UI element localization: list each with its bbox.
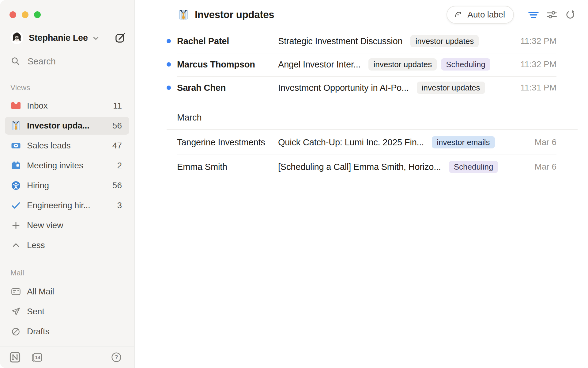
compose-icon <box>114 32 126 44</box>
zoom-window-button[interactable] <box>34 11 41 18</box>
email-subject: Quick Catch-Up: Lumi Inc. 2025 Fin... <box>278 137 424 148</box>
new-view-button[interactable]: New view <box>5 217 129 234</box>
sidebar: Stephanie Lee Search Views <box>0 0 135 368</box>
svg-text:14: 14 <box>35 355 40 360</box>
help-button[interactable]: ? <box>111 352 122 363</box>
group-name: March <box>177 113 202 123</box>
accessibility-icon <box>11 180 21 191</box>
email-list: Rachel Patel Strategic Investment Discus… <box>135 29 588 179</box>
sidebar-item-all-mail[interactable]: All Mail <box>5 283 129 301</box>
email-group: Tangerine Investments Quick Catch-Up: Lu… <box>135 130 588 179</box>
views-nav: Inbox 11 Investor upda... 56 <box>5 97 129 256</box>
view-count: 56 <box>112 121 122 131</box>
plus-icon <box>11 220 21 231</box>
label-chip[interactable]: investor emails <box>432 136 495 148</box>
chevron-down-icon <box>92 35 100 42</box>
main-pane: Investor updates Auto label <box>135 0 588 368</box>
new-view-label: New view <box>27 220 63 230</box>
sidebar-footer: 14 ? <box>0 346 134 368</box>
filter-icon <box>528 9 539 21</box>
sliders-icon <box>546 9 558 21</box>
email-row[interactable]: Marcus Thompson Angel Investor Inter... … <box>135 53 588 76</box>
view-count: 2 <box>117 161 122 171</box>
view-header: Investor updates Auto label <box>135 0 588 29</box>
label-chip[interactable]: Scheduling <box>441 58 490 71</box>
display-settings-button[interactable] <box>545 8 559 21</box>
sidebar-item-label: Engineering hir... <box>27 201 90 210</box>
label-chip[interactable]: investor updates <box>368 58 437 71</box>
minimize-window-button[interactable] <box>22 11 28 18</box>
mail-section-label: Mail <box>10 269 24 277</box>
necktie-icon <box>178 9 189 21</box>
email-time: 11:31 PM <box>514 83 556 93</box>
sidebar-item-sent[interactable]: Sent <box>5 303 129 320</box>
email-time: Mar 6 <box>528 137 556 147</box>
app-window: Stephanie Lee Search Views <box>0 0 588 368</box>
email-row[interactable]: Tangerine Investments Quick Catch-Up: Lu… <box>135 130 588 155</box>
chevron-up-icon <box>11 240 21 251</box>
filter-button[interactable] <box>527 8 540 21</box>
email-subject: Strategic Investment Discussion <box>278 36 402 46</box>
views-section-label: Views <box>10 83 30 92</box>
auto-label-button[interactable]: Auto label <box>447 6 514 24</box>
email-sender: Marcus Thompson <box>177 59 278 70</box>
refresh-button[interactable] <box>564 8 577 21</box>
group-header: March <box>135 99 588 130</box>
sidebar-item-label: Hiring <box>27 181 49 190</box>
label-chip[interactable]: Scheduling <box>449 161 498 173</box>
view-count: 47 <box>112 141 122 151</box>
inbox-icon <box>11 101 21 111</box>
sidebar-item-label: Sent <box>27 307 44 316</box>
email-row[interactable]: Sarah Chen Investment Opportunity in AI-… <box>135 76 588 99</box>
email-row[interactable]: Rachel Patel Strategic Investment Discus… <box>135 29 588 53</box>
sidebar-item-sales-leads[interactable]: Sales leads 47 <box>5 137 129 155</box>
refresh-icon <box>565 9 576 20</box>
sidebar-item-engineering-hiring[interactable]: Engineering hir... 3 <box>5 197 129 214</box>
checkmark-icon <box>11 200 21 211</box>
window-controls <box>9 11 41 18</box>
header-controls: Auto label <box>447 6 577 24</box>
search-input[interactable]: Search <box>10 56 56 67</box>
less-button[interactable]: Less <box>5 236 129 254</box>
email-subject: Investment Opportunity in AI-Po... <box>278 83 409 93</box>
account-switcher[interactable]: Stephanie Lee <box>10 30 127 45</box>
sidebar-item-inbox[interactable]: Inbox 11 <box>5 97 129 115</box>
sidebar-item-label: All Mail <box>27 287 54 297</box>
svg-text:?: ? <box>115 354 118 360</box>
label-chip[interactable]: investor updates <box>410 35 479 47</box>
close-window-button[interactable] <box>9 11 16 18</box>
compose-button[interactable] <box>113 31 127 45</box>
sidebar-item-label: Sales leads <box>27 141 71 151</box>
search-placeholder: Search <box>28 56 56 67</box>
search-icon <box>10 56 21 67</box>
notion-calendar-icon[interactable]: 14 <box>31 351 43 363</box>
sidebar-item-drafts[interactable]: Drafts <box>5 323 129 340</box>
email-sender: Tangerine Investments <box>177 137 278 148</box>
email-row[interactable]: Emma Smith [Scheduling a Call] Emma Smit… <box>135 155 588 179</box>
all-mail-icon <box>11 286 21 297</box>
sidebar-item-meeting-invites[interactable]: Meeting invites 2 <box>5 157 129 174</box>
necktie-icon <box>11 121 21 131</box>
sidebar-item-investor-updates[interactable]: Investor upda... 56 <box>5 117 129 135</box>
mail-nav: All Mail Sent Drafts <box>5 283 129 343</box>
unread-dot <box>167 86 171 90</box>
sidebar-item-label: Inbox <box>27 101 48 111</box>
email-time: Mar 6 <box>528 162 556 172</box>
email-time: 11:32 PM <box>514 36 556 46</box>
view-count: 56 <box>112 181 122 190</box>
notion-logo-icon[interactable] <box>9 351 21 364</box>
sidebar-item-label: Investor upda... <box>27 121 89 131</box>
banknote-icon <box>11 140 21 151</box>
email-time: 11:32 PM <box>514 59 556 69</box>
sidebar-item-label: Meeting invites <box>27 161 83 171</box>
avatar <box>10 31 23 44</box>
auto-label-label: Auto label <box>467 10 505 20</box>
label-chip[interactable]: investor updates <box>417 82 485 94</box>
email-sender: Sarah Chen <box>177 83 278 93</box>
sidebar-item-hiring[interactable]: Hiring 56 <box>5 177 129 194</box>
user-name: Stephanie Lee <box>29 33 88 43</box>
sidebar-item-label: Drafts <box>27 327 49 336</box>
view-count: 11 <box>113 101 122 111</box>
unread-dot <box>167 39 171 43</box>
email-sender: Rachel Patel <box>177 36 278 46</box>
